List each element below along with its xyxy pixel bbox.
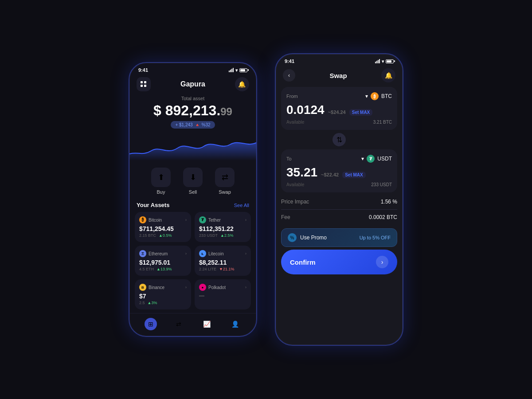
asset-card-usdt[interactable]: ₮ Tether › $112,351.22 233 USDT ▲2.5%	[195, 212, 251, 242]
assets-grid: ₿ Bitcoin › $711,254.45 2.15 BTC ▲0.5% ₮…	[129, 212, 256, 309]
asset-value-dot: —	[199, 293, 246, 299]
asset-change-usdt: ▲2.5%	[220, 233, 233, 238]
bnb-coin-icon: B	[139, 284, 146, 291]
swap-toggle-button[interactable]: ⇅	[331, 132, 347, 148]
asset-value-btc: $711,254.45	[139, 225, 187, 232]
sell-button[interactable]: ⬇ Sell	[183, 168, 203, 195]
promo-bar[interactable]: % Use Promo Up to 5% OFF	[281, 228, 397, 247]
profile-icon: 👤	[229, 318, 241, 330]
arrow-right-icon: ›	[376, 256, 388, 268]
home-icon: ⊞	[145, 318, 157, 330]
ltc-coin-icon: Ł	[199, 250, 206, 257]
battery-icon-right	[386, 59, 394, 63]
asset-change-bnb: ▲3%	[148, 301, 157, 305]
asset-amount-usdt: 233 USDT	[199, 233, 218, 238]
asset-card-btc[interactable]: ₿ Bitcoin › $711,254.45 2.15 BTC ▲0.5%	[135, 212, 191, 242]
sell-label: Sell	[189, 189, 197, 195]
to-currency-selector[interactable]: ▾ ₮ USDT	[361, 155, 392, 163]
back-button[interactable]: ‹	[283, 69, 295, 82]
asset-card-bnb[interactable]: B Binance › $7 2.5 ▲3%	[135, 279, 191, 309]
to-label: To	[286, 156, 292, 161]
asset-card-eth[interactable]: Ξ Ethereum › $12,975.01 4.5 ETH ▲13.9%	[135, 246, 191, 276]
asset-card-dot[interactable]: ● Polkadot › —	[195, 279, 251, 309]
asset-value-eth: $12,975.01	[139, 259, 187, 266]
asset-name-usdt: Tether	[208, 218, 221, 223]
swap-header: ‹ Swap 🔔	[276, 66, 403, 87]
nav-profile[interactable]: 👤	[229, 318, 241, 330]
from-amount: 0.0124 ~$24.24 Set MAX	[286, 103, 392, 117]
promo-icon: %	[288, 233, 297, 242]
status-bar-right: 9:41 ▾	[276, 54, 403, 66]
asset-value-ltc: $8,252.11	[199, 259, 246, 266]
arrow-icon-eth: ›	[185, 251, 187, 256]
btc-coin-icon: ₿	[139, 216, 146, 223]
buy-button[interactable]: ⬆ Buy	[151, 168, 171, 195]
to-currency-usdt-icon: ₮	[367, 155, 375, 163]
app-header-left: Gapura 🔔	[129, 74, 256, 96]
promo-discount: Up to 5% OFF	[360, 235, 391, 240]
from-set-max-button[interactable]: Set MAX	[349, 109, 373, 116]
wifi-icon: ▾	[235, 68, 238, 73]
transfer-icon: ⇄	[172, 318, 185, 330]
time-right: 9:41	[285, 59, 294, 64]
nav-home[interactable]: ⊞	[145, 318, 157, 330]
to-currency-label: USDT	[377, 156, 392, 162]
promo-label: Use Promo	[300, 235, 327, 241]
battery-icon	[239, 68, 247, 72]
total-asset-label: Total asset	[137, 96, 249, 101]
price-impact-value: 1.56 %	[381, 199, 397, 205]
notification-bell-icon[interactable]: 🔔	[235, 77, 249, 91]
asset-amount-ltc: 2.24 LITE	[199, 267, 216, 271]
bottom-nav: ⊞ ⇄ 📈 👤	[129, 313, 256, 333]
usdt-coin-icon: ₮	[199, 216, 206, 223]
swap-page-title: Swap	[329, 72, 347, 79]
see-all-button[interactable]: See All	[234, 203, 249, 208]
from-currency-selector[interactable]: ▾ ₿ BTC	[365, 92, 392, 100]
nav-transfer[interactable]: ⇄	[172, 318, 185, 330]
to-card: To ▾ ₮ USDT 35.21 ~$22.42 Set MAX Availa…	[281, 149, 397, 192]
swap-toggle-divider: ⇅	[276, 132, 403, 148]
asset-amount-btc: 2.15 BTC	[139, 233, 156, 238]
fee-value: 0.0002 BTC	[369, 214, 397, 220]
status-icons-right: ▾	[375, 59, 394, 64]
scene: 9:41 ▾	[129, 53, 403, 346]
price-impact-row: Price Impac 1.56 %	[276, 194, 403, 209]
swap-icon: ⇄	[215, 168, 235, 187]
dot-coin-icon: ●	[199, 284, 206, 291]
from-currency-label: BTC	[381, 93, 392, 99]
action-buttons: ⬆ Buy ⬇ Sell ⇄ Swap	[129, 162, 256, 200]
to-available-value: 233 USDT	[371, 182, 392, 187]
fee-row: Fee 0.0002 BTC	[276, 210, 403, 225]
price-impact-label: Price Impac	[281, 199, 309, 205]
asset-change-eth: ▲13.9%	[156, 267, 172, 271]
menu-icon[interactable]	[137, 77, 151, 91]
nav-chart[interactable]: 📈	[201, 318, 213, 330]
from-available-label: Available	[286, 120, 304, 125]
asset-name-bnb: Binance	[149, 285, 164, 290]
arrow-icon-usdt: ›	[245, 218, 246, 222]
to-set-max-button[interactable]: Set MAX	[342, 172, 366, 178]
asset-change-ltc: ▼21.1%	[219, 267, 234, 271]
asset-card-ltc[interactable]: Ł Litecoin › $8,252.11 2.24 LITE ▼21.1%	[195, 246, 251, 276]
to-available-label: Available	[286, 182, 304, 187]
left-phone: 9:41 ▾	[129, 62, 257, 337]
to-amount: 35.21 ~$22.42 Set MAX	[286, 165, 392, 180]
signal-icon-right	[375, 59, 380, 63]
from-label: From	[286, 94, 298, 99]
notification-bell-right[interactable]: 🔔	[381, 68, 395, 82]
swap-label: Swap	[219, 189, 231, 195]
asset-value-usdt: $112,351.22	[199, 225, 246, 232]
status-bar-left: 9:41 ▾	[129, 63, 256, 74]
swap-button[interactable]: ⇄ Swap	[215, 168, 235, 195]
confirm-label: Confirm	[290, 258, 316, 266]
asset-change-btc: ▲0.5%	[159, 233, 172, 238]
buy-icon: ⬆	[151, 168, 171, 187]
asset-name-btc: Bitcoin	[149, 218, 162, 223]
arrow-icon-ltc: ›	[245, 251, 246, 256]
app-title: Gapura	[180, 80, 205, 88]
asset-name-eth: Ethereum	[149, 251, 168, 256]
arrow-icon: ›	[185, 218, 187, 222]
from-card: From ▾ ₿ BTC 0.0124 ~$24.24 Set MAX Avai…	[281, 87, 397, 130]
wifi-icon-right: ▾	[382, 59, 384, 64]
confirm-button[interactable]: Confirm ›	[281, 250, 397, 274]
